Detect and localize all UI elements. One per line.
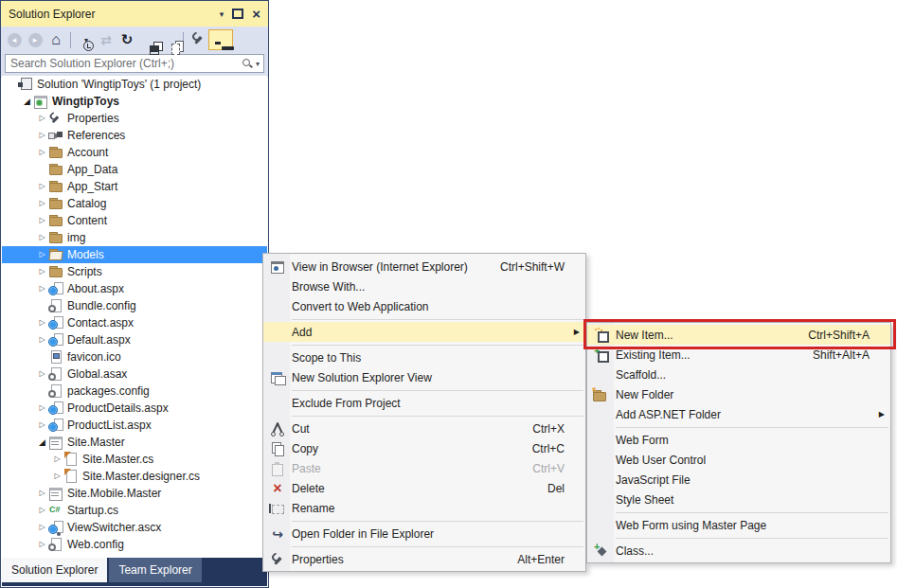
chevron-down-icon[interactable]: ▾ (256, 60, 260, 68)
tree-item-app-data[interactable]: App_Data (2, 161, 267, 178)
tree-item-about-aspx[interactable]: ▷About.aspx (2, 280, 267, 297)
expander-collapsed-icon[interactable]: ▷ (36, 280, 48, 297)
expander-expanded-icon[interactable]: ◢ (36, 434, 48, 451)
menu-item-open-folder-in-file-explorer[interactable]: ↪Open Folder in File Explorer (263, 524, 585, 543)
folder-icon (48, 180, 63, 193)
expander-collapsed-icon[interactable]: ▷ (36, 144, 48, 161)
tree-item-favicon-ico[interactable]: favicon.ico (2, 348, 267, 365)
tab-solution-explorer[interactable]: Solution Explorer (2, 558, 107, 582)
expander-collapsed-icon[interactable]: ▷ (36, 229, 48, 246)
tree-item-default-aspx[interactable]: ▷Default.aspx (2, 331, 267, 348)
expander-collapsed-icon[interactable]: ▷ (51, 451, 63, 468)
tree-item-viewswitcher-ascx[interactable]: ▷ViewSwitcher.ascx (2, 519, 267, 536)
menu-item-paste[interactable]: PasteCtrl+V (263, 458, 585, 478)
expander-collapsed-icon[interactable]: ▷ (36, 485, 48, 502)
menu-item-new-item[interactable]: New Item...Ctrl+Shift+A (587, 325, 890, 345)
expander-collapsed-icon[interactable]: ▷ (36, 536, 48, 553)
tree-item-catalog[interactable]: ▷Catalog (2, 195, 267, 212)
tree-item-wingtiptoys[interactable]: ◢WingtipToys (2, 93, 267, 110)
csharp-file-icon (48, 504, 63, 517)
menu-item-exclude-from-project[interactable]: Exclude From Project (263, 393, 585, 413)
back-button[interactable]: ◂ (4, 29, 25, 50)
tree-item-global-asax[interactable]: ▷Global.asax (2, 365, 267, 383)
tree-item-properties[interactable]: ▷Properties (2, 110, 267, 127)
menu-item-web-form[interactable]: Web Form (587, 430, 890, 450)
close-icon[interactable]: × (252, 9, 260, 19)
expander-collapsed-icon[interactable]: ▷ (36, 195, 48, 212)
menu-item-rename[interactable]: Rename (263, 498, 585, 518)
tree-item-productlist-aspx[interactable]: ▷ProductList.aspx (2, 417, 267, 434)
preview-selected-items-button[interactable] (208, 29, 233, 50)
refresh-button[interactable]: ↻ (117, 29, 137, 50)
menu-item-new-folder[interactable]: *New Folder (587, 384, 890, 404)
menu-item-copy[interactable]: CopyCtrl+C (263, 438, 585, 458)
expander-collapsed-icon[interactable]: ▷ (36, 365, 48, 383)
expander-collapsed-icon[interactable]: ▷ (36, 519, 48, 536)
tree-item-packages-config[interactable]: packages.config (2, 383, 267, 400)
menu-item-existing-item[interactable]: Existing Item...Shift+Alt+A (587, 345, 890, 365)
menu-item-convert-to-web-application[interactable]: Convert to Web Application (263, 296, 585, 316)
menu-item-delete[interactable]: ×DeleteDel (263, 478, 585, 498)
master-page-icon (48, 487, 63, 500)
menu-item-web-user-control[interactable]: Web User Control (587, 450, 890, 470)
expander-collapsed-icon[interactable]: ▷ (36, 400, 48, 417)
tab-team-explorer[interactable]: Team Explorer (109, 558, 201, 582)
tree-item-solution-wingtiptoys-1-project[interactable]: Solution 'WingtipToys' (1 project) (2, 76, 267, 93)
sync-with-active-document-button[interactable]: ⇄ (96, 29, 117, 50)
back-icon: ◂ (8, 33, 22, 47)
tree-item-web-config[interactable]: ▷Web.config (2, 536, 267, 553)
menu-item-browse-with[interactable]: Browse With... (263, 276, 585, 296)
tree-item-content[interactable]: ▷Content (2, 212, 267, 229)
expander-collapsed-icon[interactable]: ▷ (36, 314, 48, 331)
expander-collapsed-icon[interactable]: ▷ (36, 178, 48, 195)
expander-collapsed-icon[interactable]: ▷ (36, 212, 48, 229)
search-icon[interactable] (242, 58, 253, 69)
tree-item-scripts[interactable]: ▷Scripts (2, 263, 267, 280)
menu-item-add-asp-net-folder[interactable]: Add ASP.NET Folder▶ (587, 404, 890, 424)
menu-item-class[interactable]: Class... (587, 541, 890, 561)
tree-item-img[interactable]: ▷img (2, 229, 267, 246)
tree-item-site-master-cs[interactable]: ▷Site.Master.cs (2, 451, 267, 468)
show-all-files-button[interactable] (158, 29, 179, 50)
window-titlebar[interactable]: Solution Explorer ▾ × (1, 1, 268, 27)
expander-collapsed-icon[interactable]: ▷ (51, 468, 63, 485)
tree-item-site-master-designer-cs[interactable]: ▷Site.Master.designer.cs (2, 468, 267, 485)
tree-item-startup-cs[interactable]: ▷Startup.cs (2, 502, 267, 519)
expander-collapsed-icon[interactable]: ▷ (36, 502, 48, 519)
expander-collapsed-icon[interactable]: ▷ (36, 110, 48, 127)
menu-item-web-form-using-master-page[interactable]: Web Form using Master Page (587, 515, 890, 535)
expander-collapsed-icon[interactable]: ▷ (36, 246, 48, 263)
maximize-icon[interactable] (232, 9, 243, 19)
menu-item-properties[interactable]: PropertiesAlt+Enter (263, 549, 585, 569)
menu-item-new-solution-explorer-view[interactable]: New Solution Explorer View (263, 367, 585, 387)
menu-item-javascript-file[interactable]: JavaScript File (587, 470, 890, 490)
tree-item-site-mobile-master[interactable]: ▷Site.Mobile.Master (2, 485, 267, 502)
forward-button[interactable]: ▸ (25, 29, 45, 50)
search-input[interactable] (6, 57, 242, 70)
menu-item-view-in-browser-internet-explorer[interactable]: View in Browser (Internet Explorer)Ctrl+… (263, 257, 585, 276)
menu-item-label: Browse With... (292, 280, 578, 294)
tree-item-account[interactable]: ▷Account (2, 144, 267, 161)
chevron-down-icon[interactable]: ▾ (220, 9, 224, 19)
pending-changes-filter-button[interactable]: ▾ (75, 29, 96, 50)
menu-item-cut[interactable]: CutCtrl+X (263, 419, 585, 438)
collapse-all-button[interactable] (137, 29, 158, 50)
menu-item-style-sheet[interactable]: Style Sheet (587, 490, 890, 509)
menu-item-scope-to-this[interactable]: Scope to This (263, 347, 585, 367)
expander-collapsed-icon[interactable]: ▷ (36, 331, 48, 348)
tree-item-app-start[interactable]: ▷App_Start (2, 178, 267, 195)
tree-item-references[interactable]: ▷References (2, 127, 267, 144)
menu-item-add[interactable]: Add▶ (263, 322, 585, 342)
tree-item-productdetails-aspx[interactable]: ▷ProductDetails.aspx (2, 400, 267, 417)
menu-item-scaffold[interactable]: Scaffold... (587, 365, 890, 384)
expander-collapsed-icon[interactable]: ▷ (36, 127, 48, 144)
tree-item-models[interactable]: ▷Models (2, 246, 267, 263)
tree-item-site-master[interactable]: ◢Site.Master (2, 434, 267, 451)
expander-collapsed-icon[interactable]: ▷ (36, 417, 48, 434)
tree-item-bundle-config[interactable]: Bundle.config (2, 297, 267, 314)
home-button[interactable]: ⌂ (45, 29, 66, 50)
properties-button[interactable] (188, 29, 208, 50)
tree-item-contact-aspx[interactable]: ▷Contact.aspx (2, 314, 267, 331)
expander-collapsed-icon[interactable]: ▷ (36, 263, 48, 280)
expander-expanded-icon[interactable]: ◢ (21, 93, 33, 110)
